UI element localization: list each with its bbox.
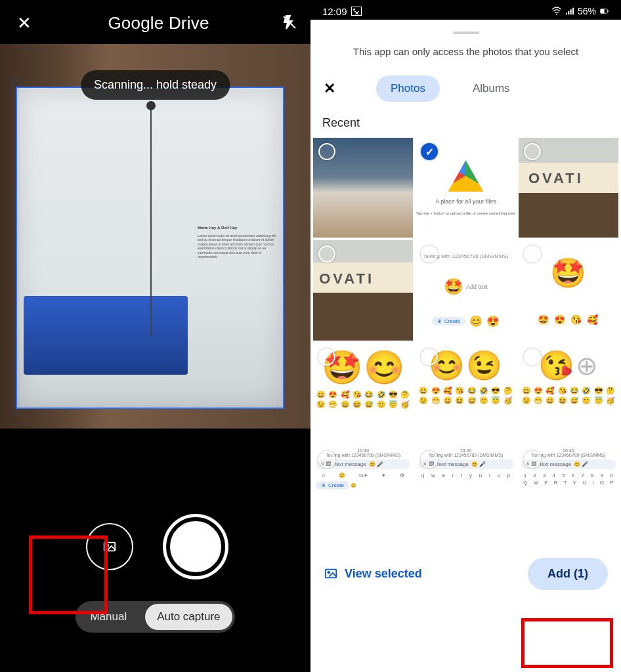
photo-thumb[interactable]: 🤩 🤩 😍 😘 🥰	[519, 240, 618, 340]
app-title: Google Drive	[108, 13, 209, 33]
photo-thumb[interactable]: 10:40 Texting with 123456789 (SMS/MMS) ⊕…	[519, 446, 618, 544]
battery-text: 56%	[578, 6, 596, 16]
photo-thumb[interactable]: 😘⊕ 😀😍🥰😘😂🤣😎🤔😉😁😄😆😅🙂😇🥳	[519, 343, 618, 443]
photo-thumb[interactable]: 😊😉 😀😍🥰😘😂🤣😎🤔😉😁😄😆😅🙂😇🥳	[416, 343, 515, 443]
svg-rect-1	[104, 543, 115, 551]
scanning-status: Scanning... hold steady	[81, 70, 230, 100]
battery-icon	[599, 6, 609, 16]
camera-viewfinder: Scanning... hold steady Mette Hay & Rolf…	[0, 44, 310, 429]
svg-rect-5	[601, 9, 605, 14]
svg-point-2	[106, 545, 108, 547]
select-checkbox[interactable]	[524, 245, 541, 262]
photo-thumb[interactable]: 10:40 Texting with 123456789 (SMS/MMS) ⊕…	[416, 446, 515, 544]
select-checkbox[interactable]	[524, 451, 541, 468]
select-checkbox[interactable]	[318, 143, 335, 160]
select-checkbox[interactable]	[421, 348, 438, 366]
select-checkbox[interactable]	[318, 348, 335, 366]
tab-photos[interactable]: Photos	[376, 75, 440, 102]
status-time: 12:09	[322, 6, 347, 17]
capture-mode-toggle: Manual Auto capture	[75, 601, 234, 633]
picker-sheet: This app can only access the photos that…	[310, 22, 621, 672]
photo-picker-panel: 12:09 56% This app can only access the p…	[310, 0, 621, 672]
highlight-box	[521, 618, 613, 668]
select-checkbox[interactable]	[524, 143, 541, 160]
photo-thumb[interactable]: OVATI	[519, 138, 618, 238]
screenshot-icon	[351, 7, 362, 16]
signal-icon	[565, 6, 575, 16]
mode-manual[interactable]: Manual	[78, 604, 139, 630]
photo-thumb[interactable]	[313, 138, 413, 238]
view-selected-button[interactable]: View selected	[324, 566, 422, 581]
select-checkbox[interactable]	[524, 348, 541, 366]
photo-thumb[interactable]: A place for all your filesTap the + butt…	[416, 138, 515, 238]
photo-thumb[interactable]: Texting with 123456789 (SMS/MMS) 🤩Add te…	[416, 240, 515, 340]
wifi-icon	[551, 6, 562, 16]
scanner-panel: ✕ Google Drive Scanning... hold steady M…	[0, 0, 310, 672]
access-message: This app can only access the photos that…	[310, 41, 621, 70]
document-frame: Mette Hay & Rolf Hay Lorem ipsum dolor s…	[16, 87, 284, 409]
photo-thumb[interactable]: 10:40 Texting with 123456789 (SMS/MMS) ⊕…	[313, 446, 413, 544]
mode-auto[interactable]: Auto capture	[145, 604, 232, 630]
section-recent: Recent	[310, 114, 621, 138]
shutter-button[interactable]	[166, 517, 225, 576]
gallery-button[interactable]	[86, 523, 133, 570]
sheet-handle[interactable]	[453, 32, 479, 34]
picker-bottom-bar: View selected Add (1)	[310, 544, 621, 604]
scanner-controls: Manual Auto capture	[0, 452, 310, 672]
close-icon[interactable]: ✕	[318, 80, 341, 97]
photo-thumb[interactable]: OVATI	[313, 240, 413, 340]
svg-point-3	[556, 14, 557, 15]
select-checkbox[interactable]	[318, 451, 335, 468]
svg-point-8	[328, 572, 330, 574]
drive-icon	[448, 160, 483, 192]
add-button[interactable]: Add (1)	[528, 558, 608, 590]
svg-rect-6	[607, 10, 608, 12]
svg-rect-7	[326, 570, 337, 578]
photo-grid: A place for all your filesTap the + butt…	[310, 138, 621, 544]
tab-albums[interactable]: Albums	[458, 75, 525, 102]
scanner-header: ✕ Google Drive	[0, 0, 310, 44]
close-icon[interactable]: ✕	[13, 9, 35, 37]
status-bar: 12:09 56%	[310, 0, 621, 20]
photo-thumb[interactable]: 🤩😊 😀😍🥰😘😂🤣😎🤔😉😁😄😆😅🙂😇🥳	[313, 343, 413, 443]
flash-off-icon[interactable]	[282, 14, 297, 33]
